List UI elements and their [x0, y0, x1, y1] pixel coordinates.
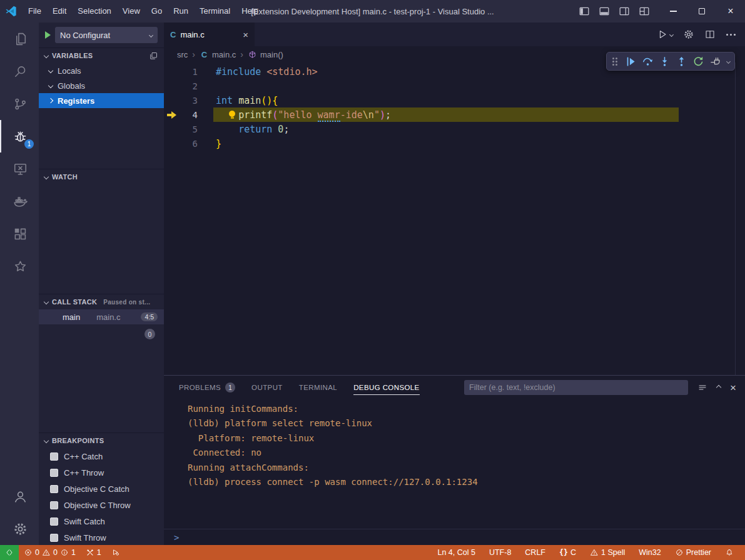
- toggle-panel-button[interactable]: [595, 2, 614, 21]
- toggle-secondary-sidebar-button[interactable]: [615, 2, 634, 21]
- menu-help[interactable]: Help: [236, 0, 264, 22]
- status-notifications[interactable]: [720, 548, 739, 557]
- status-toolchain[interactable]: 1: [81, 545, 106, 560]
- variables-item-registers[interactable]: Registers: [39, 93, 164, 108]
- menu-selection[interactable]: Selection: [72, 0, 116, 22]
- panel-close-icon[interactable]: ×: [730, 382, 736, 393]
- settings-button[interactable]: [683, 29, 694, 40]
- breakpoint-objective-c-throw[interactable]: Objective C Throw: [39, 497, 164, 513]
- activity-source-control[interactable]: [0, 88, 39, 120]
- code-line-3[interactable]: 3int main(){: [164, 93, 745, 108]
- step-out-button[interactable]: [673, 53, 690, 69]
- activity-extensions[interactable]: [0, 218, 39, 250]
- breakpoint-checkbox[interactable]: [50, 469, 58, 477]
- lightbulb-icon[interactable]: [229, 111, 235, 117]
- split-editor-button[interactable]: [704, 29, 716, 40]
- line-number: 5: [179, 124, 198, 134]
- variables-header[interactable]: VARIABLES: [39, 48, 164, 63]
- start-debugging-icon[interactable]: [45, 31, 51, 39]
- activity-run-and-debug[interactable]: 1: [0, 120, 39, 152]
- breakpoint-swift-throw[interactable]: Swift Throw: [39, 529, 164, 545]
- activity-settings[interactable]: [0, 512, 39, 545]
- menu-edit[interactable]: Edit: [47, 0, 72, 22]
- activity-favorites[interactable]: [0, 250, 39, 282]
- menu-terminal[interactable]: Terminal: [194, 0, 236, 22]
- status-encoding[interactable]: UTF-8: [484, 548, 516, 557]
- drag-handle-icon[interactable]: [611, 57, 619, 66]
- status-platform[interactable]: Win32: [634, 548, 666, 557]
- settings-icon: [13, 521, 28, 537]
- activity-docker[interactable]: [0, 185, 39, 218]
- breakpoint-checkbox[interactable]: [50, 501, 58, 509]
- output-options-icon[interactable]: [697, 382, 707, 392]
- panel-tab-problems[interactable]: PROBLEMS1: [179, 376, 235, 399]
- breadcrumb-src[interactable]: src: [177, 50, 188, 59]
- panel-tab-output[interactable]: OUTPUT: [251, 376, 283, 399]
- maximize-button[interactable]: [687, 0, 716, 22]
- chevron-down-icon[interactable]: [726, 59, 731, 63]
- close-button[interactable]: ×: [716, 0, 745, 22]
- step-into-button[interactable]: [656, 53, 673, 69]
- status-eol[interactable]: CRLF: [520, 548, 550, 557]
- console-input[interactable]: >: [164, 529, 745, 545]
- breakpoint-swift-catch[interactable]: Swift Catch: [39, 513, 164, 529]
- stack-frame-row[interactable]: main main.c 4:5: [39, 309, 164, 324]
- code-line-5[interactable]: 5 return 0;: [164, 122, 745, 136]
- menu-file[interactable]: File: [23, 0, 47, 22]
- variables-item-locals[interactable]: Locals: [39, 63, 164, 78]
- watch-header[interactable]: WATCH: [39, 169, 164, 184]
- code-editor[interactable]: 1#include <stdio.h>23int main(){4 printf…: [164, 62, 745, 375]
- customize-layout-button[interactable]: [635, 2, 654, 21]
- call-stack-header[interactable]: CALL STACK Paused on st...: [39, 294, 164, 309]
- status-cursor-position[interactable]: Ln 4, Col 5: [432, 548, 480, 557]
- continue-button[interactable]: [622, 53, 639, 69]
- breakpoints-header[interactable]: BREAKPOINTS: [39, 433, 164, 448]
- filter-box[interactable]: [464, 380, 688, 395]
- restart-button[interactable]: [690, 53, 707, 69]
- status-debug[interactable]: [106, 545, 125, 560]
- breakpoint-objective-c-catch[interactable]: Objective C Catch: [39, 481, 164, 497]
- breadcrumb-main-c[interactable]: Cmain.c: [200, 50, 236, 59]
- variables-item-globals[interactable]: Globals: [39, 78, 164, 93]
- more-actions-button[interactable]: [726, 34, 736, 36]
- activity-accounts[interactable]: [0, 480, 39, 512]
- debug-config-dropdown[interactable]: No Configurat: [55, 27, 158, 43]
- info-count: 1: [71, 548, 76, 557]
- tab-close-icon[interactable]: ×: [243, 29, 248, 40]
- tab-main-c[interactable]: C main.c ×: [164, 22, 255, 46]
- breakpoint-checkbox[interactable]: [50, 452, 58, 461]
- run-button[interactable]: [657, 29, 673, 40]
- console-output[interactable]: Running initCommands:(lldb) platform sel…: [164, 399, 745, 529]
- menu-go[interactable]: Go: [146, 0, 168, 22]
- status-spell-checker[interactable]: 1 Spell: [585, 548, 630, 557]
- breakpoint-checkbox[interactable]: [50, 534, 58, 542]
- code-line-4[interactable]: 4 printf("hello wamr-ide\n");: [164, 108, 745, 122]
- status-prettier[interactable]: Prettier: [670, 548, 716, 557]
- status-problems[interactable]: 0 0 1: [19, 545, 81, 560]
- code-line-6[interactable]: 6}: [164, 136, 745, 151]
- breakpoint-checkbox[interactable]: [50, 485, 58, 493]
- breakpoint-gutter[interactable]: [164, 111, 179, 119]
- editor-scrollbar[interactable]: [735, 62, 736, 375]
- menu-view[interactable]: View: [117, 0, 146, 22]
- code-line-2[interactable]: 2: [164, 79, 745, 93]
- breakpoint-c-catch[interactable]: C++ Catch: [39, 448, 164, 464]
- disconnect-button[interactable]: [707, 53, 724, 69]
- breakpoint-c-throw[interactable]: C++ Throw: [39, 464, 164, 481]
- panel-maximize-icon[interactable]: [716, 385, 721, 390]
- status-language-mode[interactable]: {}C: [554, 548, 581, 557]
- step-over-button[interactable]: [639, 53, 656, 69]
- minimize-button[interactable]: [659, 0, 687, 22]
- toggle-sidebar-button[interactable]: [575, 2, 594, 21]
- variables-panel-icon[interactable]: [149, 51, 158, 61]
- remote-indicator[interactable]: [0, 545, 19, 560]
- breakpoint-checkbox[interactable]: [50, 518, 58, 526]
- activity-explorer[interactable]: [0, 22, 39, 55]
- activity-search[interactable]: [0, 55, 39, 88]
- breadcrumb-main[interactable]: main(): [248, 50, 283, 59]
- panel-tab-terminal[interactable]: TERMINAL: [299, 376, 337, 399]
- panel-tab-debug-console[interactable]: DEBUG CONSOLE: [353, 376, 420, 399]
- menu-run[interactable]: Run: [168, 0, 194, 22]
- filter-input[interactable]: [469, 383, 683, 392]
- activity-remote-explorer[interactable]: [0, 152, 39, 185]
